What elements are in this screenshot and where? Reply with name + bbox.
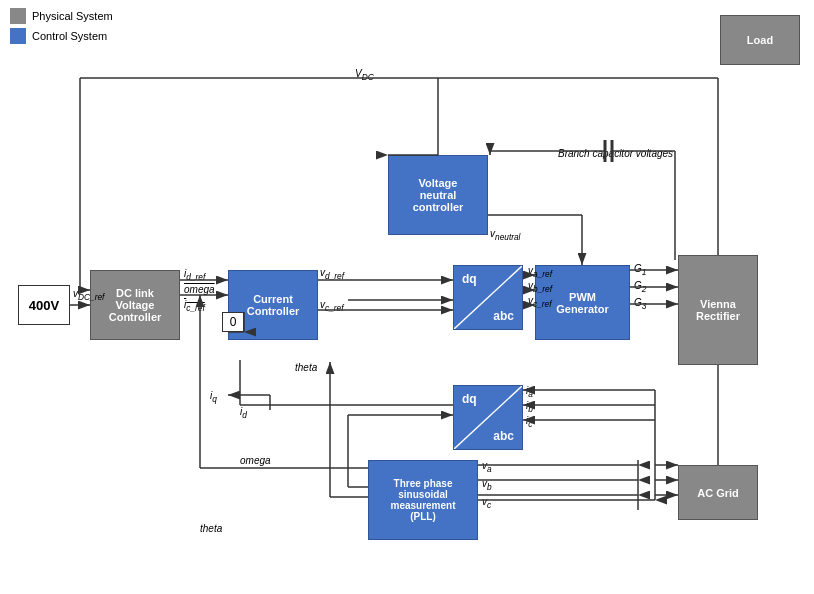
legend-label-physical: Physical System: [32, 10, 113, 22]
zero-block: 0: [222, 312, 244, 332]
dq-abc-top-block: dq abc: [453, 265, 523, 330]
va-ref-label: va_ref: [528, 265, 552, 279]
voltage-neutral-block: Voltageneutralcontroller: [388, 155, 488, 235]
branch-cap-label: Branch capacitor voltages: [558, 148, 673, 159]
vc-label: vc: [482, 496, 491, 510]
omega-label1: omega: [184, 284, 215, 295]
vb-label: vb: [482, 478, 492, 492]
g3-label: G3: [634, 297, 646, 311]
g2-label: G2: [634, 280, 646, 294]
vneutral-label: vneutral: [490, 228, 520, 242]
legend-box-gray: [10, 8, 26, 24]
ac-grid-block: AC Grid: [678, 465, 758, 520]
legend-label-control: Control System: [32, 30, 107, 42]
diagram-container: Physical System Control System Load 400V…: [0, 0, 814, 594]
vdc-ref-label: vDC_ref: [73, 288, 104, 302]
ic-label: ic: [526, 415, 532, 429]
dq-top-label: dq: [462, 272, 477, 286]
abc-bottom-label: abc: [493, 309, 514, 323]
theta-label1: theta: [295, 362, 317, 373]
id-ref-label: id_ref: [184, 268, 205, 282]
dq-abc-mid-block: dq abc: [453, 385, 523, 450]
vc-ref2-label: vc_ref: [528, 295, 552, 309]
vdc-label: VDC: [355, 68, 374, 82]
theta-label2: theta: [200, 523, 222, 534]
g1-label: G1: [634, 263, 646, 277]
ia-label: ia: [526, 385, 533, 399]
vd-ref-label: vd_ref: [320, 267, 344, 281]
id-label: id: [240, 406, 247, 420]
abc-mid-label: abc: [493, 429, 514, 443]
legend-physical: Physical System: [10, 8, 113, 24]
three-phase-block: Three phasesinusoidalmeasurement(PLL): [368, 460, 478, 540]
vc-ref-label: vc_ref: [320, 299, 344, 313]
legend: Physical System Control System: [10, 8, 113, 48]
omega-pll-label: omega: [240, 455, 271, 466]
legend-control: Control System: [10, 28, 113, 44]
dq-mid-label: dq: [462, 392, 477, 406]
ic-ref-label: ic_ref: [184, 299, 205, 313]
vienna-rectifier-block: ViennaRectifier: [678, 255, 758, 365]
source-400v-block: 400V: [18, 285, 70, 325]
load-block: Load: [720, 15, 800, 65]
dc-link-block: DC linkVoltageController: [90, 270, 180, 340]
legend-box-blue: [10, 28, 26, 44]
iq-label: iq: [210, 390, 217, 404]
ib-label: ib: [526, 400, 533, 414]
vb-ref-label: vb_ref: [528, 280, 552, 294]
va-label: va: [482, 460, 492, 474]
